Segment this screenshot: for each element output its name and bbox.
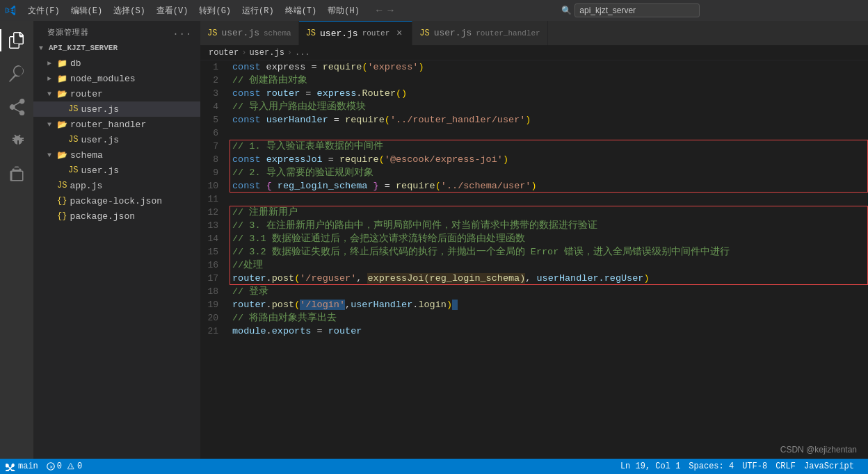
line-content-16: //处理	[230, 259, 868, 272]
menu-edit[interactable]: 编辑(E)	[65, 0, 108, 21]
db-label: db	[70, 58, 81, 69]
line-num-14: 14	[200, 232, 230, 245]
menu-select[interactable]: 选择(S)	[108, 0, 151, 21]
js-rh-user-icon: JS	[68, 135, 78, 145]
status-errors: ✕ 0 ! 0	[47, 461, 82, 471]
tree-item-db[interactable]: ► 📁 db	[33, 56, 200, 71]
tree-item-router-handler[interactable]: ▼ 📂 router_handler	[33, 117, 200, 132]
status-crlf: CRLF	[775, 461, 796, 471]
activity-search[interactable]	[0, 57, 33, 90]
activity-source-control[interactable]	[0, 90, 33, 124]
rh-user-js-label: user.js	[81, 135, 119, 145]
code-line-21: 21 module.exports = router	[200, 325, 868, 338]
line-num-19: 19	[200, 298, 230, 311]
menu-terminal[interactable]: 终端(T)	[280, 0, 323, 21]
tree-item-schema-user-js[interactable]: ► JS user.js	[33, 163, 200, 178]
js-user-icon: JS	[68, 104, 78, 114]
title-search-input[interactable]	[574, 3, 700, 17]
breadcrumb-dots: ...	[295, 48, 310, 58]
tree-item-rh-user-js[interactable]: ► JS user.js	[33, 132, 200, 147]
tab-router-handler[interactable]: JS user.js router_handler	[412, 21, 547, 45]
code-line-13: 13 // 3. 在注册新用户的路由中，声明局部中间件，对当前请求中携带的数据进…	[200, 219, 868, 232]
svg-text:✕: ✕	[49, 464, 53, 470]
line-num-9: 9	[200, 166, 230, 179]
sidebar-header: 资源管理器 ...	[33, 21, 200, 40]
menu-run[interactable]: 运行(R)	[236, 0, 280, 21]
code-line-6: 6	[200, 126, 868, 140]
code-line-4: 4 // 导入用户路由处理函数模块	[200, 100, 868, 113]
line-content-8: const expressJoi = require('@escook/expr…	[230, 153, 868, 166]
activity-debug[interactable]	[0, 124, 33, 157]
js-schema-user-icon: JS	[68, 165, 78, 175]
code-line-7: 7 // 1. 导入验证表单数据的中间件	[200, 140, 868, 153]
editor-area: JS user.js schema JS user.js router × JS…	[200, 21, 868, 459]
file-tree: ▼ API_KJZT_SERVER ► 📁 db ► 📁 node_module…	[33, 40, 200, 459]
status-spaces: Spaces: 4	[689, 461, 734, 471]
breadcrumb-sep2: ›	[287, 48, 292, 58]
breadcrumb-router[interactable]: router	[209, 48, 239, 58]
activity-bar	[0, 21, 33, 459]
line-content-14: // 3.1 数据验证通过后，会把这次请求流转给后面的路由处理函数	[230, 232, 868, 245]
line-num-4: 4	[200, 100, 230, 113]
line-content-12: // 注册新用户	[230, 206, 868, 219]
tab-router-close[interactable]: ×	[394, 28, 405, 39]
vscode-icon	[6, 5, 17, 16]
breadcrumb-sep1: ›	[241, 48, 246, 58]
line-num-7: 7	[200, 140, 230, 153]
tab-bar: JS user.js schema JS user.js router × JS…	[200, 21, 868, 45]
menu-goto[interactable]: 转到(G)	[193, 0, 236, 21]
sidebar: 资源管理器 ... ▼ API_KJZT_SERVER ► 📁 db ► 📁 n…	[33, 21, 200, 459]
code-line-14: 14 // 3.1 数据验证通过后，会把这次请求流转给后面的路由处理函数	[200, 232, 868, 245]
tree-item-app-js[interactable]: ► JS app.js	[33, 178, 200, 193]
forward-icon[interactable]: →	[387, 5, 393, 16]
line-num-11: 11	[200, 193, 230, 206]
line-num-1: 1	[200, 60, 230, 74]
tree-item-node-modules[interactable]: ► 📁 node_modules	[33, 71, 200, 86]
tree-item-router[interactable]: ▼ 📂 router	[33, 86, 200, 101]
json-pkg-icon: {}	[57, 211, 67, 221]
schema-label: schema	[70, 150, 103, 161]
tab-router-sublabel: router	[362, 29, 390, 38]
line-content-10: const { reg_login_schema } = require('..…	[230, 179, 868, 193]
tab-schema[interactable]: JS user.js schema	[200, 21, 299, 45]
search-icon: 🔍	[561, 6, 572, 16]
status-ln-col: Ln 19, Col 1	[620, 461, 680, 471]
sidebar-more-icon[interactable]: ...	[172, 26, 192, 38]
folder-router-handler-icon: 📂	[57, 120, 67, 130]
code-line-1: 1 const express = require('express')	[200, 60, 868, 74]
line-num-18: 18	[200, 285, 230, 298]
router-label: router	[70, 89, 103, 99]
search-container: 🔍	[561, 3, 700, 17]
menu-help[interactable]: 帮助(H)	[322, 0, 365, 21]
status-git[interactable]: main	[6, 461, 38, 471]
tree-item-pkg-lock[interactable]: ► {} package-lock.json	[33, 193, 200, 209]
line-content-19: router.post('/login',userHandler.login)	[230, 298, 868, 311]
activity-explorer[interactable]	[0, 24, 33, 57]
app-js-label: app.js	[70, 181, 102, 191]
json-pkg-lock-icon: {}	[57, 196, 67, 206]
code-line-12: 12 // 注册新用户	[200, 206, 868, 219]
folder-router-icon: 📂	[57, 89, 67, 99]
line-num-5: 5	[200, 113, 230, 126]
menu-bar: 文件(F) 编辑(E) 选择(S) 查看(V) 转到(G) 运行(R) 终端(T…	[22, 0, 365, 21]
code-line-20: 20 // 将路由对象共享出去	[200, 311, 868, 325]
line-num-10: 10	[200, 179, 230, 193]
folder-node-modules-icon: 📁	[57, 74, 67, 84]
tree-item-pkg[interactable]: ► {} package.json	[33, 209, 200, 224]
schema-user-js-label: user.js	[81, 165, 119, 176]
tab-rh-icon: JS	[419, 28, 429, 38]
code-line-17: 17 router.post('/reguser', expressJoi(re…	[200, 272, 868, 285]
breadcrumb-userjs[interactable]: user.js	[249, 48, 284, 58]
back-icon[interactable]: ←	[376, 5, 382, 16]
tab-router[interactable]: JS user.js router ×	[299, 21, 413, 45]
tree-item-root[interactable]: ▼ API_KJZT_SERVER	[33, 40, 200, 56]
menu-file[interactable]: 文件(F)	[22, 0, 65, 21]
tree-item-user-js[interactable]: ► JS user.js	[33, 101, 200, 117]
code-line-11: 11	[200, 193, 868, 206]
line-num-15: 15	[200, 245, 230, 259]
activity-extensions[interactable]	[0, 157, 33, 190]
tree-item-schema[interactable]: ▼ 📂 schema	[33, 147, 200, 163]
code-editor[interactable]: 1 const express = require('express') 2 /…	[200, 60, 868, 459]
menu-view[interactable]: 查看(V)	[151, 0, 194, 21]
line-num-21: 21	[200, 325, 230, 338]
